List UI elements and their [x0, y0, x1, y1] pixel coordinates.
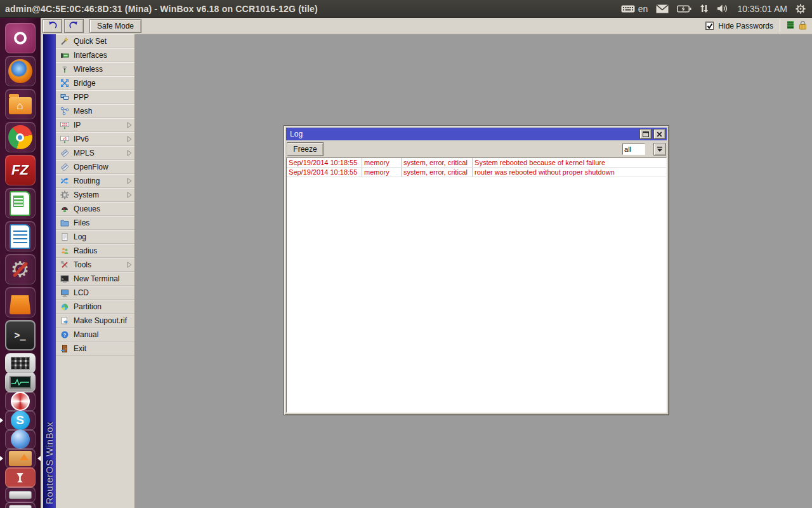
menu-item-log[interactable]: Log	[56, 230, 134, 244]
undo-button[interactable]	[43, 19, 62, 33]
freeze-button[interactable]: Freeze	[287, 142, 324, 156]
menu-item-interfaces[interactable]: Interfaces	[56, 48, 134, 62]
menu-item-ipv6[interactable]: v6 IPv6	[56, 132, 134, 146]
window-title: admin@4C:5E:0C:46:8D:31 (Mina) - WinBox …	[5, 4, 318, 14]
log-topics: system, error, critical	[402, 168, 473, 177]
dock-item-files[interactable]: ⌂	[4, 89, 37, 119]
dropdown-arrow-icon	[657, 146, 663, 152]
menu-item-routing[interactable]: Routing	[56, 174, 134, 188]
menu-item-ip[interactable]: 255 IP	[56, 118, 134, 132]
menu-item-ppp[interactable]: PPP	[56, 90, 134, 104]
dock-item-chrome[interactable]	[4, 122, 37, 152]
keyboard-indicator-icon[interactable]	[621, 4, 635, 13]
session-gear-icon[interactable]	[796, 4, 806, 14]
submenu-arrow-icon	[127, 178, 132, 184]
web-globe-icon	[5, 429, 36, 450]
dock-item-archive-manager[interactable]	[4, 448, 37, 469]
hide-passwords-checkbox[interactable]	[705, 22, 714, 30]
ppp-icon	[60, 93, 70, 102]
dock-item-disk-drive[interactable]	[4, 502, 37, 508]
files-icon: ⌂	[5, 89, 36, 119]
wireless-icon	[60, 65, 70, 74]
menu-item-radius[interactable]: Radius	[56, 244, 134, 258]
traffic-stack-icon[interactable]	[787, 20, 794, 31]
log-entry-row[interactable]: Sep/19/2014 10:18:55 memory system, erro…	[287, 158, 666, 168]
dock-item-filezilla[interactable]: FZ	[4, 155, 37, 185]
menu-item-tools[interactable]: Tools	[56, 258, 134, 272]
hide-passwords-label: Hide Passwords	[718, 22, 773, 30]
input-language-indicator[interactable]: en	[638, 4, 648, 14]
volume-icon[interactable]	[717, 4, 729, 13]
menu-item-quick-set[interactable]: Quick Set	[56, 34, 134, 48]
safe-mode-button[interactable]: Safe Mode	[89, 19, 141, 33]
lock-icon[interactable]	[799, 20, 807, 32]
dock-item-terminal[interactable]: >_	[4, 320, 37, 351]
redo-icon	[69, 21, 79, 31]
menu-item-mpls[interactable]: MPLS	[56, 146, 134, 160]
dock-item-system-settings[interactable]: ⚙	[4, 254, 37, 284]
menu-item-mesh[interactable]: Mesh	[56, 104, 134, 118]
dock-item-ubuntu-launcher[interactable]	[4, 23, 37, 53]
ubuntu-launcher-icon	[5, 23, 36, 53]
dock-item-system-monitor[interactable]	[4, 372, 37, 392]
menu-item-lcd[interactable]: LCD	[56, 286, 134, 300]
log-topics: system, error, critical	[402, 158, 473, 167]
filter-dropdown-button[interactable]	[653, 143, 666, 156]
menu-item-new-terminal[interactable]: >_ New Terminal	[56, 272, 134, 286]
dock-item-calculator[interactable]	[4, 353, 37, 373]
winbox-window: Safe Mode Hide Passwords RouterOS WinBox	[41, 18, 812, 508]
battery-icon[interactable]	[677, 5, 691, 13]
maximize-button[interactable]	[639, 129, 652, 139]
svg-text:?: ?	[63, 332, 67, 338]
menu-item-bridge[interactable]: Bridge	[56, 76, 134, 90]
network-arrows-icon[interactable]	[700, 4, 709, 13]
dock-item-disk-utility[interactable]	[4, 486, 37, 503]
queues-icon	[60, 204, 70, 213]
libreoffice-calc-icon	[5, 188, 36, 218]
chrome-icon	[5, 122, 36, 152]
log-buffer: memory	[362, 168, 402, 177]
dock-item-software-center[interactable]	[4, 287, 37, 318]
tools-icon	[60, 260, 70, 269]
dock-item-web-globe[interactable]	[4, 429, 37, 450]
system-monitor-icon	[5, 372, 36, 392]
dock-item-firefox[interactable]	[4, 56, 37, 86]
menu-item-manual[interactable]: ? Manual	[56, 328, 134, 342]
dock-item-wine[interactable]	[4, 467, 37, 488]
ipv6-icon: v6	[60, 135, 70, 144]
exit-icon	[60, 344, 70, 353]
mail-icon[interactable]	[656, 4, 669, 13]
menu-item-exit[interactable]: Exit	[56, 342, 134, 356]
log-filter-input[interactable]	[622, 144, 645, 155]
dock-item-media-player[interactable]	[4, 391, 37, 411]
quick-set-icon	[60, 37, 70, 46]
dock-item-libreoffice-writer[interactable]	[4, 221, 37, 251]
clock[interactable]: 10:35:01 AM	[737, 4, 787, 14]
bridge-icon	[60, 79, 70, 88]
redo-button[interactable]	[64, 19, 84, 33]
menu-item-wireless[interactable]: Wireless	[56, 62, 134, 76]
dock-item-libreoffice-calc[interactable]	[4, 188, 37, 218]
svg-text:>_: >_	[62, 277, 67, 281]
archive-manager-icon	[5, 448, 36, 469]
log-entry-row[interactable]: Sep/19/2014 10:18:55 memory system, erro…	[287, 168, 666, 177]
calculator-icon	[5, 353, 36, 373]
system-settings-icon: ⚙	[5, 254, 36, 284]
menu-item-partition[interactable]: Partition	[56, 300, 134, 314]
submenu-arrow-icon	[127, 122, 132, 128]
radius-icon	[60, 246, 70, 255]
menu-item-system[interactable]: System	[56, 188, 134, 202]
close-icon	[657, 131, 662, 137]
menu-item-make-supout-rif[interactable]: Make Supout.rif	[56, 314, 134, 328]
menu-item-openflow[interactable]: OpenFlow	[56, 160, 134, 174]
routeros-winbox-brand: RouterOS WinBox	[44, 422, 55, 504]
dock-item-skype[interactable]: S	[4, 410, 37, 431]
log-window-titlebar[interactable]: Log	[286, 128, 667, 140]
menu-item-queues[interactable]: Queues	[56, 202, 134, 216]
menu-item-files[interactable]: Files	[56, 216, 134, 230]
close-button[interactable]	[653, 129, 665, 139]
lcd-icon	[60, 288, 70, 297]
supout-icon	[60, 316, 70, 325]
log-time: Sep/19/2014 10:18:55	[287, 168, 362, 177]
toolbar-separator	[780, 20, 780, 32]
